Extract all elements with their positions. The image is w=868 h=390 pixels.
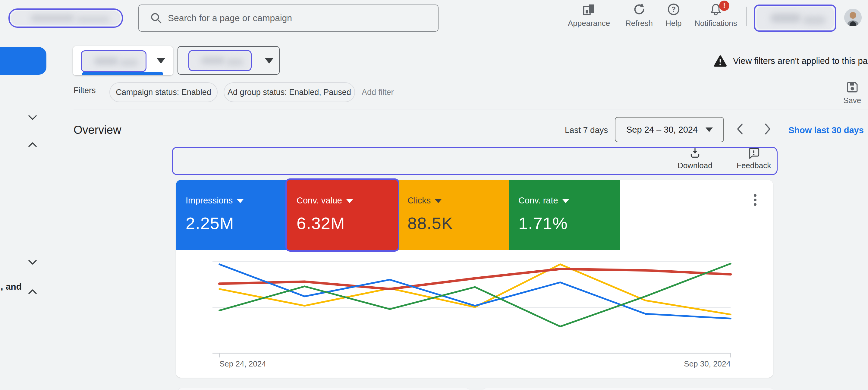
date-range-value: Sep 24 – 30, 2024 [626, 125, 698, 135]
adgroup-selector-redacted [188, 50, 252, 71]
header-divider [746, 7, 747, 26]
active-tab-underline [82, 72, 163, 76]
metric-value: 1.71% [518, 213, 620, 233]
save-button[interactable]: Save [843, 81, 861, 105]
feedback-label: Feedback [737, 161, 771, 170]
chart-line-conv-rate [219, 264, 731, 327]
filter-chip-adgroup-status[interactable]: Ad group status: Enabled, Paused [224, 82, 355, 102]
feedback-button[interactable]: Feedback [737, 147, 771, 170]
refresh-button[interactable]: Refresh [625, 2, 653, 28]
appearance-label: Appearance [568, 19, 610, 28]
chevron-down-icon [237, 199, 244, 203]
x-axis-label-start: Sep 24, 2024 [219, 359, 266, 369]
nav-active-item-remnant[interactable] [0, 47, 46, 75]
metric-value: 2.25M [186, 213, 287, 233]
avatar-photo [844, 9, 862, 26]
search-icon [150, 12, 162, 24]
filters-divider [73, 109, 868, 110]
chevron-down-icon [706, 127, 713, 132]
metric-card-conv-rate[interactable]: Conv. rate 1.71% [509, 180, 620, 250]
filter-chip-label: Campaign status: Enabled [116, 88, 211, 97]
metric-card-conv-value[interactable]: Conv. value 6.32M [287, 180, 398, 250]
notifications-badge: ! [719, 1, 730, 11]
help-label: Help [665, 19, 681, 28]
campaign-selector-redacted [81, 50, 147, 72]
account-selector-redacted[interactable] [8, 8, 123, 28]
next-card-partial [483, 388, 774, 390]
filters-label: Filters [73, 86, 96, 95]
view-filters-warning: View filters aren't applied to this page [714, 55, 868, 67]
account-info-redacted[interactable] [754, 4, 836, 32]
refresh-label: Refresh [625, 19, 653, 28]
save-icon [846, 81, 859, 93]
chart-line-conv-value [219, 269, 731, 289]
chevron-down-icon[interactable] [28, 115, 37, 121]
download-icon [689, 147, 701, 159]
metric-label: Impressions [186, 196, 233, 206]
google-ads-overview-page: Search for a page or campaign Appearance… [0, 0, 868, 390]
search-placeholder: Search for a page or campaign [168, 13, 292, 23]
chart-line-impressions [219, 264, 731, 319]
timeseries-chart [176, 256, 773, 377]
appearance-icon [582, 2, 596, 16]
metric-value: 88.5K [407, 213, 509, 233]
next-period-button[interactable] [763, 123, 772, 135]
notifications-label: Notifications [694, 19, 737, 28]
chevron-down-icon [157, 58, 165, 64]
chevron-up-icon[interactable] [28, 289, 37, 295]
more-options-button[interactable] [751, 192, 759, 208]
metric-label: Conv. value [297, 196, 342, 206]
metric-value: 6.32M [297, 213, 398, 233]
previous-period-button[interactable] [735, 123, 744, 135]
metric-label: Clicks [407, 196, 431, 206]
sidebar-text-fragment: , and [1, 281, 22, 292]
download-button[interactable]: Download [678, 147, 712, 170]
search-input[interactable]: Search for a page or campaign [138, 4, 438, 32]
chevron-down-icon [265, 58, 273, 64]
page-title: Overview [73, 124, 121, 137]
metric-card-clicks[interactable]: Clicks 88.5K [398, 180, 509, 250]
filter-chip-campaign-status[interactable]: Campaign status: Enabled [110, 82, 218, 102]
avatar[interactable] [844, 9, 862, 26]
add-filter-button[interactable]: Add filter [362, 88, 394, 97]
refresh-icon [632, 2, 646, 16]
date-range-picker[interactable]: Sep 24 – 30, 2024 [615, 117, 724, 142]
show-last-30-days-link[interactable]: Show last 30 days [788, 125, 864, 135]
next-card-partial [178, 388, 470, 390]
metric-label: Conv. rate [518, 196, 558, 206]
campaign-selector-dropdown[interactable] [73, 46, 173, 76]
date-range-preset-label: Last 7 days [565, 125, 608, 135]
appearance-button[interactable]: Appearance [568, 2, 610, 28]
notifications-button[interactable]: ! Notifications [694, 2, 738, 28]
help-icon: ? [667, 2, 681, 16]
feedback-icon [748, 147, 760, 159]
adgroup-selector-dropdown[interactable] [178, 46, 280, 75]
warning-text: View filters aren't applied to this page [733, 56, 868, 66]
download-label: Download [678, 161, 712, 170]
chevron-down-icon [562, 199, 569, 203]
save-label: Save [843, 96, 861, 105]
chevron-down-icon [435, 199, 441, 203]
metric-card-impressions[interactable]: Impressions 2.25M [176, 180, 287, 250]
warning-icon [714, 55, 727, 67]
help-button[interactable]: ? Help [665, 2, 681, 28]
filter-chip-label: Ad group status: Enabled, Paused [227, 88, 351, 97]
chevron-up-icon[interactable] [28, 142, 37, 148]
x-axis-label-end: Sep 30, 2024 [684, 359, 731, 369]
chevron-down-icon[interactable] [28, 259, 37, 265]
chevron-down-icon [346, 199, 353, 203]
svg-text:?: ? [672, 5, 676, 13]
